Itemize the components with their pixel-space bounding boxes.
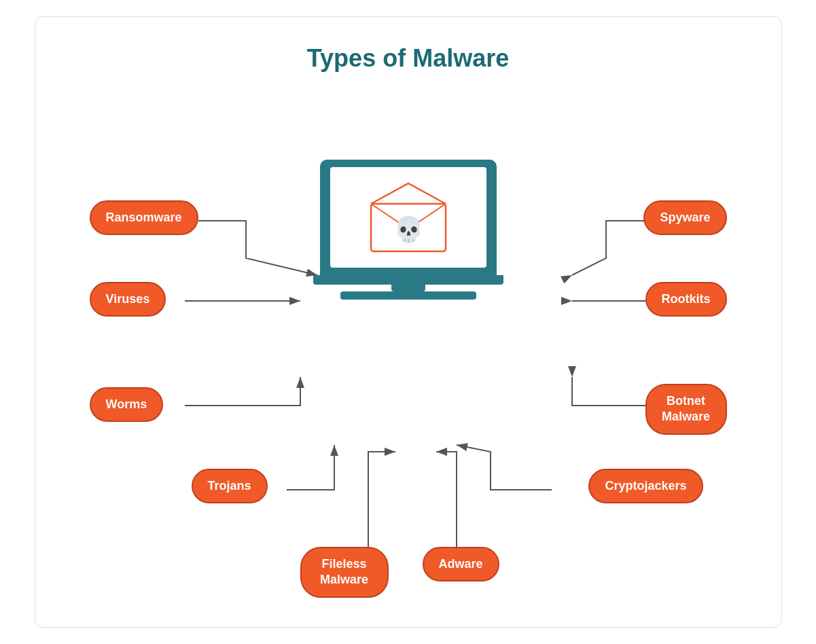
label-adware: Adware xyxy=(423,547,499,582)
laptop-illustration: 💀 xyxy=(313,160,503,309)
label-rootkits: Rootkits xyxy=(645,282,727,317)
label-spyware: Spyware xyxy=(643,200,726,235)
label-cryptojackers: Cryptojackers xyxy=(588,469,703,503)
page-title: Types of Malware xyxy=(35,17,781,73)
laptop-base xyxy=(313,275,503,285)
svg-text:💀: 💀 xyxy=(393,215,423,244)
connectors-svg xyxy=(35,17,781,627)
diagram-container: Types of Malware xyxy=(35,16,782,628)
label-viruses: Viruses xyxy=(90,282,166,317)
label-botnet: BotnetMalware xyxy=(645,384,727,435)
label-ransomware: Ransomware xyxy=(90,200,198,235)
laptop-foot xyxy=(340,291,476,300)
laptop-screen-outer: 💀 xyxy=(320,160,497,275)
laptop-stand xyxy=(391,285,425,291)
label-trojans: Trojans xyxy=(192,469,268,503)
label-worms: Worms xyxy=(90,387,164,422)
label-fileless: FilelessMalware xyxy=(300,547,389,598)
envelope-icon: 💀 xyxy=(364,180,453,255)
laptop-screen-inner: 💀 xyxy=(330,167,486,268)
